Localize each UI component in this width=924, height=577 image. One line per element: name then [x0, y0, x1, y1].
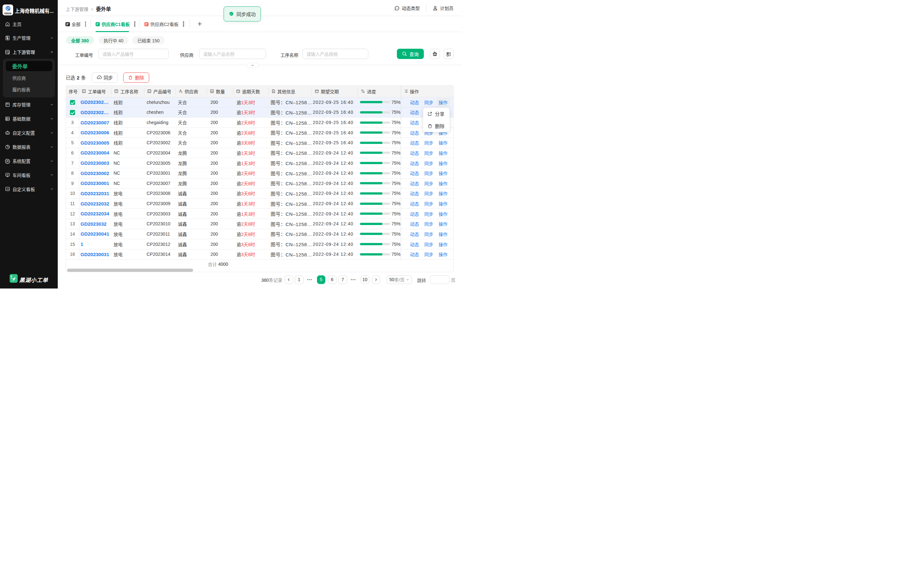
svg-text:奇精机械: 奇精机械: [4, 12, 11, 15]
svg-text:2: 2: [148, 91, 149, 93]
svg-text:12: 12: [211, 90, 213, 92]
svg-text:2: 2: [83, 91, 84, 93]
